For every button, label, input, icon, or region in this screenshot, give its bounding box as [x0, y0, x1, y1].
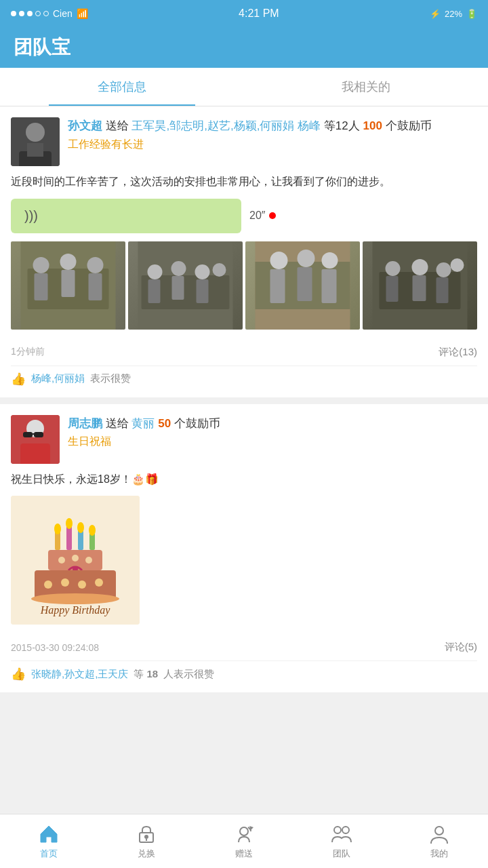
svg-point-54	[58, 557, 65, 564]
photo-1[interactable]	[11, 241, 125, 330]
svg-point-1	[26, 123, 45, 142]
nav-home[interactable]: 首页	[0, 814, 98, 868]
svg-point-34	[451, 258, 464, 272]
svg-point-7	[60, 254, 77, 270]
photo-3[interactable]	[245, 241, 360, 330]
svg-point-72	[435, 827, 443, 835]
nav-mine-label: 我的	[430, 848, 448, 860]
nav-send-label: 赠送	[235, 848, 253, 860]
nav-exchange[interactable]: 兑换	[98, 814, 195, 868]
svg-rect-43	[20, 443, 50, 464]
recipients-suffix-1: 等12人	[324, 119, 360, 132]
birthday-image: Happy Birthday	[11, 496, 140, 625]
audio-duration-1: 20″	[249, 210, 276, 222]
post-card-1: 孙文超 送给 王军昊,邹志明,赵艺,杨颖,何丽娟 杨峰 等12人 100 个鼓励…	[0, 106, 488, 397]
post-comments-1[interactable]: 评论(13)	[439, 346, 477, 359]
signal-dot-3	[27, 11, 33, 16]
tab-all-info[interactable]: 全部信息	[0, 68, 244, 106]
svg-text:Happy Birthday: Happy Birthday	[40, 604, 111, 616]
post-tag-2: 生日祝福	[68, 435, 477, 449]
nav-team-label: 团队	[333, 848, 350, 860]
coins-2: 50	[158, 417, 171, 430]
post-card-2: 周志鹏 送给 黄丽 50 个鼓励币 生日祝福 祝生日快乐，永远18岁！🎂🎁	[0, 404, 488, 693]
svg-rect-36	[413, 275, 426, 301]
svg-point-6	[33, 257, 49, 273]
signal-dot-5	[43, 11, 49, 16]
like-icon-2[interactable]: 👍	[11, 667, 26, 682]
nav-send[interactable]: 赠送	[195, 814, 293, 868]
svg-point-15	[171, 261, 186, 276]
svg-rect-28	[322, 269, 337, 303]
feed: 孙文超 送给 王军昊,邹志明,赵艺,杨颖,何丽娟 杨峰 等12人 100 个鼓励…	[0, 106, 488, 760]
send-icon	[233, 823, 255, 845]
signal-dot-1	[11, 11, 16, 16]
like-icon-1[interactable]: 👍	[11, 372, 26, 387]
svg-rect-35	[386, 276, 399, 302]
avatar-svg-1	[11, 117, 60, 166]
svg-point-16	[195, 264, 210, 279]
svg-point-70	[334, 827, 341, 833]
status-bar: Cien 📶 4:21 PM ⚡ 22% 🔋	[0, 0, 488, 27]
post-likes-2: 👍 张晓静,孙文超,王天庆 等 18 人表示很赞	[11, 660, 477, 682]
nav-team[interactable]: 团队	[293, 814, 390, 868]
svg-point-24	[298, 250, 315, 267]
post-title-2: 周志鹏 送给 黄丽 50 个鼓励币	[68, 415, 477, 433]
svg-point-52	[89, 525, 96, 536]
sender-1: 孙文超	[68, 119, 102, 132]
avatar-svg-2	[11, 415, 60, 464]
post-footer-1: 1分钟前 评论(13)	[11, 339, 477, 359]
action-1: 送给	[106, 119, 129, 132]
post-comments-2[interactable]: 评论(5)	[445, 641, 477, 654]
post-footer-2: 2015-03-30 09:24:08 评论(5)	[11, 634, 477, 654]
svg-point-61	[78, 580, 86, 589]
svg-point-69	[240, 827, 248, 835]
status-left: Cien 📶	[11, 8, 88, 19]
audio-player-1[interactable]: )))	[11, 199, 241, 233]
nav-exchange-label: 兑换	[138, 848, 155, 860]
svg-point-60	[61, 578, 69, 587]
svg-point-62	[95, 578, 103, 587]
svg-rect-27	[298, 267, 312, 301]
home-icon	[38, 823, 60, 845]
wifi-icon: 📶	[77, 8, 88, 19]
avatar-sunwenchao[interactable]	[11, 117, 60, 166]
svg-rect-10	[62, 270, 75, 297]
svg-point-71	[342, 827, 349, 833]
svg-point-32	[412, 259, 428, 275]
meeting-photo-svg-1	[11, 241, 125, 330]
svg-rect-11	[89, 273, 102, 300]
svg-point-8	[87, 257, 104, 273]
carrier-name: Cien	[53, 8, 73, 19]
svg-point-33	[436, 262, 451, 277]
post-meta-2: 周志鹏 送给 黄丽 50 个鼓励币 生日祝福	[68, 415, 477, 450]
signal-dots	[11, 11, 49, 16]
svg-point-56	[85, 557, 92, 564]
post-likes-1: 👍 杨峰,何丽娟 表示很赞	[11, 366, 477, 387]
birthday-cake-svg: Happy Birthday	[11, 496, 140, 625]
tab-my-related[interactable]: 我相关的	[244, 68, 488, 106]
bottom-nav: 首页 兑换 赠送 团队 我的	[0, 814, 488, 868]
photo-4[interactable]	[363, 241, 477, 330]
like-count-2: 等 18	[134, 668, 158, 681]
nav-home-label: 首页	[40, 848, 58, 860]
photo-2[interactable]	[128, 241, 243, 330]
app-header: 团队宝	[0, 27, 488, 68]
avatar-zhouzhipeng[interactable]	[11, 415, 60, 464]
svg-rect-3	[27, 143, 43, 157]
nav-mine[interactable]: 我的	[390, 814, 488, 868]
post-title-1: 孙文超 送给 王军昊,邹志明,赵艺,杨颖,何丽娟 杨峰 等12人 100 个鼓励…	[68, 117, 477, 135]
svg-point-31	[386, 261, 401, 276]
like-names-1: 杨峰,何丽娟	[31, 372, 85, 385]
meeting-photo-svg-4	[363, 241, 477, 330]
post-body-2: 祝生日快乐，永远18岁！🎂🎁	[11, 471, 477, 488]
meeting-photo-svg-3	[245, 241, 360, 330]
coin-label-2: 个鼓励币	[174, 417, 220, 430]
audio-wave-icon: )))	[24, 208, 38, 224]
audio-bar-1: ))) 20″	[11, 199, 477, 233]
team-icon	[331, 823, 352, 845]
svg-point-55	[72, 555, 79, 561]
tab-bar: 全部信息 我相关的	[0, 68, 488, 106]
action-2: 送给	[106, 417, 129, 430]
coins-1: 100	[363, 119, 382, 132]
svg-rect-40	[23, 432, 33, 437]
